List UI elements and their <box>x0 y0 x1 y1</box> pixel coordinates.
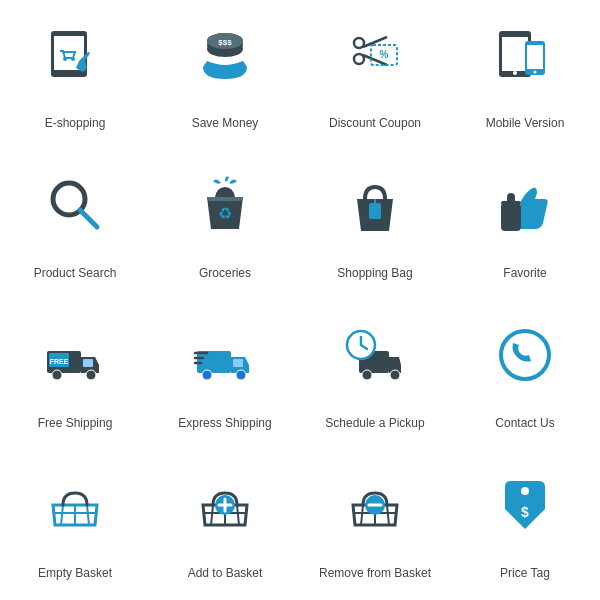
icon-e-shopping <box>0 0 150 110</box>
svg-point-43 <box>362 370 372 380</box>
label-product-search: Product Search <box>34 266 117 282</box>
label-express-shipping: Express Shipping <box>178 416 271 432</box>
cell-schedule-pickup: Schedule a Pickup <box>300 300 450 450</box>
cell-add-to-basket: Add to Basket <box>150 450 300 600</box>
cell-remove-from-basket: Remove from Basket <box>300 450 450 600</box>
label-discount-coupon: Discount Coupon <box>329 116 421 132</box>
label-free-shipping: Free Shipping <box>38 416 113 432</box>
svg-rect-34 <box>83 359 93 367</box>
icon-favorite <box>450 150 600 260</box>
svg-point-17 <box>513 71 517 75</box>
icon-groceries: ♻ <box>150 150 300 260</box>
svg-point-10 <box>354 54 364 64</box>
icon-schedule-pickup <box>300 300 450 410</box>
cell-groceries: ♻ Groceries <box>150 150 300 300</box>
svg-text:♻: ♻ <box>218 205 232 222</box>
icon-add-to-basket <box>150 450 300 560</box>
svg-point-44 <box>390 370 400 380</box>
icon-grid: E-shopping $$$ Save Money <box>0 0 600 600</box>
icon-discount-coupon: % <box>300 0 450 110</box>
svg-point-20 <box>534 71 537 74</box>
label-contact-us: Contact Us <box>495 416 554 432</box>
svg-line-55 <box>237 505 239 525</box>
label-save-money: Save Money <box>192 116 259 132</box>
cell-save-money: $$$ Save Money <box>150 0 300 150</box>
label-empty-basket: Empty Basket <box>38 566 112 582</box>
svg-line-49 <box>61 505 63 525</box>
svg-text:FREE: FREE <box>50 358 69 365</box>
svg-rect-26 <box>501 203 521 231</box>
label-shopping-bag: Shopping Bag <box>337 266 412 282</box>
svg-line-53 <box>211 505 213 525</box>
svg-point-9 <box>354 38 364 48</box>
svg-rect-41 <box>233 359 243 367</box>
label-favorite: Favorite <box>503 266 546 282</box>
svg-rect-35 <box>197 351 231 373</box>
svg-line-60 <box>361 505 363 525</box>
svg-rect-19 <box>527 45 543 69</box>
svg-line-62 <box>387 505 389 525</box>
svg-line-22 <box>80 210 97 227</box>
icon-contact-us <box>450 300 600 410</box>
svg-point-31 <box>86 370 96 380</box>
cell-price-tag: $ Price Tag <box>450 450 600 600</box>
cell-contact-us: Contact Us <box>450 300 600 450</box>
icon-product-search <box>0 150 150 260</box>
cell-shopping-bag: Shopping Bag <box>300 150 450 300</box>
svg-text:%: % <box>380 49 389 60</box>
svg-point-66 <box>521 487 529 495</box>
svg-line-51 <box>87 505 89 525</box>
label-mobile-version: Mobile Version <box>486 116 565 132</box>
svg-point-30 <box>52 370 62 380</box>
label-e-shopping: E-shopping <box>45 116 106 132</box>
cell-mobile-version: Mobile Version <box>450 0 600 150</box>
svg-point-37 <box>236 370 246 380</box>
cell-empty-basket: Empty Basket <box>0 450 150 600</box>
label-groceries: Groceries <box>199 266 251 282</box>
label-remove-from-basket: Remove from Basket <box>319 566 431 582</box>
icon-express-shipping <box>150 300 300 410</box>
cell-favorite: Favorite <box>450 150 600 300</box>
svg-rect-28 <box>501 201 521 205</box>
icon-price-tag: $ <box>450 450 600 560</box>
svg-rect-16 <box>502 37 528 71</box>
svg-text:$$$: $$$ <box>218 38 232 47</box>
icon-save-money: $$$ <box>150 0 300 110</box>
cell-product-search: Product Search <box>0 150 150 300</box>
icon-remove-from-basket <box>300 450 450 560</box>
cell-e-shopping: E-shopping <box>0 0 150 150</box>
svg-point-48 <box>501 331 549 379</box>
svg-point-36 <box>202 370 212 380</box>
icon-mobile-version <box>450 0 600 110</box>
cell-express-shipping: Express Shipping <box>150 300 300 450</box>
label-add-to-basket: Add to Basket <box>188 566 263 582</box>
label-schedule-pickup: Schedule a Pickup <box>325 416 424 432</box>
icon-empty-basket <box>0 450 150 560</box>
cell-free-shipping: FREE Free Shipping <box>0 300 150 450</box>
svg-rect-24 <box>369 203 381 219</box>
cell-discount-coupon: % Discount Coupon <box>300 0 450 150</box>
svg-text:$: $ <box>521 504 529 520</box>
icon-free-shipping: FREE <box>0 300 150 410</box>
label-price-tag: Price Tag <box>500 566 550 582</box>
icon-shopping-bag <box>300 150 450 260</box>
